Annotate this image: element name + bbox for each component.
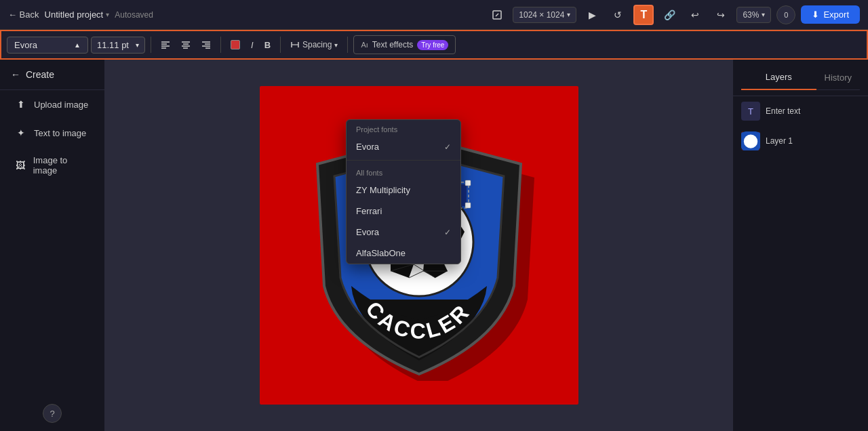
play-button[interactable]: ▶ xyxy=(582,5,602,25)
font-name-ferrari: Ferrari xyxy=(356,206,382,216)
sidebar-item-label: Upload image xyxy=(34,100,88,110)
check-icon-2: ✓ xyxy=(444,228,451,237)
chevron-down-icon: ▾ xyxy=(567,11,570,18)
resize-tool-button[interactable] xyxy=(487,5,507,25)
spacing-button[interactable]: Spacing ▾ xyxy=(286,35,342,54)
check-icon: ✓ xyxy=(444,142,451,152)
upload-icon: ⬆ xyxy=(15,98,27,110)
chevron-up-icon: ▲ xyxy=(74,41,81,49)
svg-rect-33 xyxy=(465,203,471,208)
sidebar-item-text-to-image[interactable]: ✦ Text to image xyxy=(4,120,100,146)
left-sidebar: ← Create ⬆ Upload image ✦ Text to image … xyxy=(0,60,105,431)
chevron-down-icon: ▾ xyxy=(762,11,765,18)
back-button[interactable]: ← Back xyxy=(8,9,39,20)
dropdown-item-ferrari[interactable]: Ferrari xyxy=(347,201,460,222)
zoom-selector[interactable]: 63% ▾ xyxy=(736,7,771,23)
color-swatch xyxy=(231,40,240,49)
layer-name-layer1: Layer 1 xyxy=(766,136,793,146)
main-layout: ← Create ⬆ Upload image ✦ Text to image … xyxy=(0,60,868,431)
spacing-label: Spacing xyxy=(302,40,332,49)
font-name-evora-all: Evora xyxy=(356,227,379,237)
project-name[interactable]: Untitled project ▾ xyxy=(45,9,110,20)
text-effects-label: Text effects xyxy=(372,40,413,49)
align-center-icon xyxy=(181,40,191,49)
dropdown-item-alfaslabOne[interactable]: AlfaSlabOne xyxy=(347,243,460,264)
layer-img-icon xyxy=(741,131,760,150)
dropdown-item-zy-multiplicity[interactable]: ZY Multiplicity xyxy=(347,180,460,201)
text-toolbar: Evora ▲ 11.11 pt ▾ I B Spacing ▾ Aı Text… xyxy=(0,30,868,60)
try-free-badge[interactable]: Try free xyxy=(417,40,448,50)
font-name-alfaslabOne: AlfaSlabOne xyxy=(356,248,406,258)
tab-history[interactable]: History xyxy=(816,66,860,90)
image-transfer-icon: 🖼 xyxy=(15,159,26,171)
chevron-down-icon: ▾ xyxy=(106,11,109,18)
svg-rect-31 xyxy=(465,180,471,186)
download-icon: ⬇ xyxy=(812,9,819,20)
align-left-icon xyxy=(161,40,170,49)
back-arrow-icon: ← xyxy=(11,69,20,80)
canvas-area: Project fonts Evora ✓ All fonts ZY Multi… xyxy=(105,60,732,431)
divider-1 xyxy=(151,37,151,53)
font-dropdown: Project fonts Evora ✓ All fonts ZY Multi… xyxy=(346,119,461,264)
topbar: ← Back Untitled project ▾ Autosaved 1024… xyxy=(0,0,868,30)
layer-item-layer1[interactable]: Layer 1 xyxy=(733,126,868,156)
topbar-left: ← Back Untitled project ▾ Autosaved xyxy=(8,9,481,20)
font-size-label: 11.11 pt xyxy=(97,40,129,50)
tab-layers[interactable]: Layers xyxy=(741,65,816,90)
color-picker-button[interactable] xyxy=(226,35,244,54)
spacing-icon xyxy=(290,40,300,49)
divider-4 xyxy=(347,37,348,53)
autosaved-status: Autosaved xyxy=(115,10,153,20)
panel-header: Layers History xyxy=(733,60,868,96)
export-button[interactable]: ⬇ Export xyxy=(801,5,860,24)
resize-icon xyxy=(492,10,502,20)
redo-button[interactable]: ↪ xyxy=(711,5,731,25)
export-label: Export xyxy=(823,9,849,20)
bold-button[interactable]: B xyxy=(260,35,275,54)
right-panel: Layers History T Enter text Layer 1 xyxy=(732,60,868,431)
sidebar-item-label: Image to image xyxy=(33,155,90,176)
font-name-evora: Evora xyxy=(356,142,379,152)
chevron-down-icon: ▾ xyxy=(334,41,338,49)
rotate-left-button[interactable]: ↺ xyxy=(608,5,628,25)
create-header: ← Create xyxy=(0,60,104,90)
create-label: Create xyxy=(26,69,54,80)
layer-item-enter-text[interactable]: T Enter text xyxy=(733,96,868,126)
text-tool-button[interactable]: T xyxy=(633,5,654,25)
svg-point-36 xyxy=(744,134,757,148)
project-fonts-label: Project fonts xyxy=(347,120,460,136)
dropdown-item-evora-all[interactable]: Evora ✓ xyxy=(347,222,460,243)
chevron-down-icon: ▾ xyxy=(136,41,139,49)
link-tool-button[interactable]: 🔗 xyxy=(659,5,679,25)
dropdown-divider xyxy=(347,160,460,161)
align-right-button[interactable] xyxy=(197,35,215,54)
topbar-center: 1024 × 1024 ▾ ▶ ↺ T 🔗 ↩ ↪ xyxy=(487,5,731,25)
font-selector[interactable]: Evora ▲ xyxy=(7,37,88,54)
align-center-button[interactable] xyxy=(177,35,195,54)
sidebar-item-upload-image[interactable]: ⬆ Upload image xyxy=(4,91,100,117)
dropdown-item-evora-project[interactable]: Evora ✓ xyxy=(347,136,460,157)
notifications-button[interactable]: 0 xyxy=(776,5,795,24)
all-fonts-label: All fonts xyxy=(347,163,460,180)
align-left-button[interactable] xyxy=(157,35,174,54)
notification-count: 0 xyxy=(784,11,788,19)
text-effects-button[interactable]: Aı Text effects Try free xyxy=(353,35,456,54)
divider-3 xyxy=(280,37,281,53)
layer-text-icon: T xyxy=(741,102,760,121)
align-right-icon xyxy=(201,40,211,49)
layer-name-enter-text: Enter text xyxy=(766,106,800,116)
zoom-level-label: 63% xyxy=(743,10,759,20)
sidebar-item-image-to-image[interactable]: 🖼 Image to image xyxy=(4,148,100,182)
sparkle-icon: ✦ xyxy=(15,127,27,139)
topbar-right: 63% ▾ 0 ⬇ Export xyxy=(736,5,860,24)
help-button[interactable]: ? xyxy=(43,404,62,423)
undo-button[interactable]: ↩ xyxy=(685,5,705,25)
font-name-zy-multiplicity: ZY Multiplicity xyxy=(356,185,410,195)
canvas-size-label: 1024 × 1024 xyxy=(519,10,564,20)
font-size-selector[interactable]: 11.11 pt ▾ xyxy=(91,37,145,54)
sidebar-item-label: Text to image xyxy=(34,128,86,138)
canvas-size-selector[interactable]: 1024 × 1024 ▾ xyxy=(513,7,576,23)
layer-thumbnail xyxy=(741,131,760,150)
italic-button[interactable]: I xyxy=(247,35,258,54)
help-section: ? xyxy=(0,396,104,431)
